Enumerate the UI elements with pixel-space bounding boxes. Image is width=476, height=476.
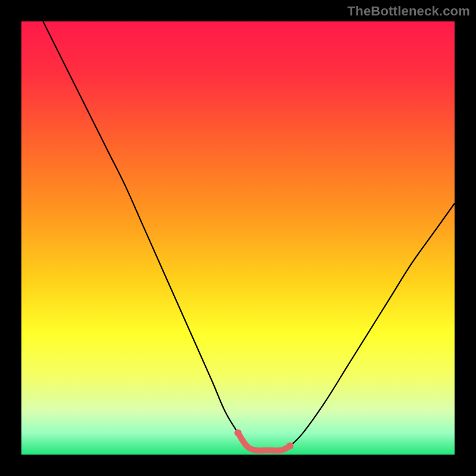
bottleneck-curve: [43, 21, 455, 450]
watermark-text: TheBottleneck.com: [347, 4, 470, 19]
chart-frame: TheBottleneck.com: [0, 0, 476, 476]
accent-endpoint-left: [234, 430, 242, 437]
plot-area: [21, 21, 455, 455]
curve-layer: [21, 21, 455, 455]
accent-endpoint-right: [286, 442, 293, 449]
accent-bottom-segment: [238, 433, 290, 451]
